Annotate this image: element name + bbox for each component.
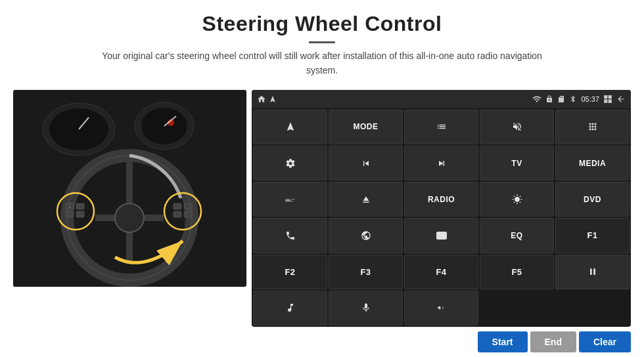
svg-rect-24	[184, 203, 192, 209]
btn-eq[interactable]: EQ	[480, 218, 554, 253]
btn-media[interactable]: MEDIA	[555, 146, 630, 180]
svg-rect-19	[76, 211, 84, 217]
svg-rect-28	[604, 95, 607, 98]
page-title: Steering Wheel Control	[26, 12, 618, 36]
svg-text:+: +	[69, 205, 71, 209]
btn-phone[interactable]	[253, 218, 327, 253]
btn-f3[interactable]: F3	[329, 255, 403, 289]
btn-vol-phone[interactable]: /	[404, 291, 478, 326]
nav-icon	[269, 95, 277, 103]
btn-brightness[interactable]	[480, 182, 554, 217]
btn-f1[interactable]: F1	[555, 218, 630, 253]
panel-grid: MODE TV	[252, 108, 631, 327]
btn-eject[interactable]	[329, 182, 403, 217]
header-section: Steering Wheel Control Your original car…	[0, 0, 644, 83]
btn-rect[interactable]	[404, 218, 478, 253]
status-left	[257, 94, 277, 104]
svg-rect-29	[609, 95, 612, 98]
start-button[interactable]: Start	[478, 331, 528, 352]
btn-dvd[interactable]: DVD	[555, 182, 630, 217]
control-panel: 05:37	[252, 90, 631, 327]
status-bar: 05:37	[252, 90, 631, 108]
btn-f2[interactable]: F2	[253, 255, 327, 289]
btn-f5[interactable]: F5	[480, 255, 554, 289]
page-container: Steering Wheel Control Your original car…	[0, 0, 644, 357]
time-display: 05:37	[581, 95, 599, 103]
btn-music[interactable]	[253, 291, 327, 326]
end-button[interactable]: End	[530, 331, 576, 352]
btn-next[interactable]	[404, 146, 478, 180]
svg-rect-17	[76, 203, 84, 209]
action-bar: Start End Clear	[0, 327, 644, 357]
status-right: 05:37	[532, 94, 626, 104]
svg-rect-26	[184, 211, 192, 217]
btn-nav[interactable]	[253, 110, 327, 144]
btn-mute[interactable]	[480, 110, 554, 144]
clear-button[interactable]: Clear	[579, 331, 631, 352]
home-icon	[257, 94, 266, 104]
back-icon	[616, 94, 626, 104]
subtitle: Your original car's steering wheel contr…	[92, 49, 552, 78]
btn-f4[interactable]: F4	[404, 255, 478, 289]
svg-rect-34	[436, 232, 446, 240]
svg-rect-25	[173, 211, 181, 217]
btn-play-pause[interactable]	[555, 255, 630, 289]
btn-mode[interactable]: MODE	[329, 110, 403, 144]
btn-360[interactable]: 360	[253, 182, 327, 217]
title-divider	[309, 41, 335, 43]
windows-icon	[603, 94, 612, 104]
btn-mic[interactable]	[329, 291, 403, 326]
svg-rect-30	[604, 99, 607, 102]
btn-apps[interactable]	[555, 110, 630, 144]
btn-tv[interactable]: TV	[480, 146, 554, 180]
content-section: + -	[0, 83, 644, 327]
svg-rect-23	[173, 203, 181, 209]
svg-point-14	[115, 203, 144, 232]
sd-icon	[557, 95, 565, 103]
steering-wheel-bg: + -	[13, 90, 246, 287]
svg-text:360: 360	[285, 198, 290, 201]
lock-icon	[545, 95, 553, 103]
svg-rect-33	[285, 201, 292, 201]
btn-settings[interactable]	[253, 146, 327, 180]
steering-wheel-svg: + -	[13, 90, 246, 287]
btn-prev[interactable]	[329, 146, 403, 180]
btn-list[interactable]	[404, 110, 478, 144]
wifi-icon	[532, 94, 541, 104]
bluetooth-icon	[569, 95, 577, 103]
btn-globe[interactable]	[329, 218, 403, 253]
btn-radio[interactable]: RADIO	[404, 182, 478, 217]
steering-wheel-image: + -	[13, 90, 246, 287]
svg-rect-31	[609, 99, 612, 102]
